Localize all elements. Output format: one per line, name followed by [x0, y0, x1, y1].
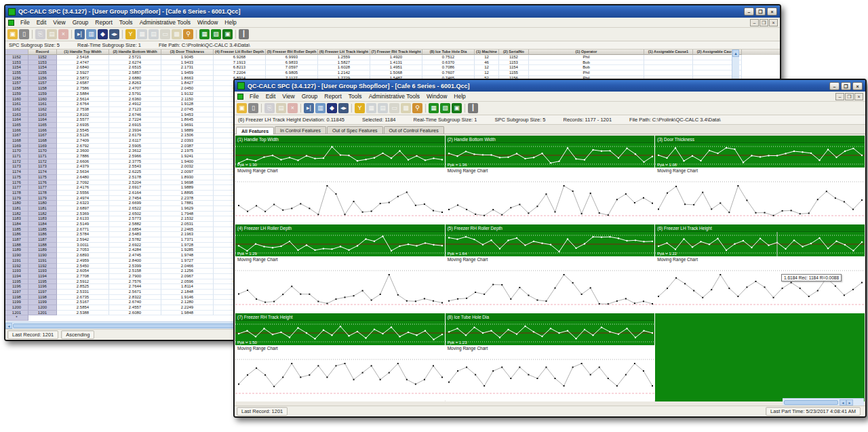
column-header[interactable]: (2) SerialNo [499, 50, 529, 55]
report-preview-icon[interactable]: ▥ [315, 103, 326, 113]
mdi-minimize-button[interactable]: – [750, 19, 759, 26]
column-header[interactable]: (2) Handle Bottom Width [109, 50, 161, 55]
mdi-minimize-button[interactable]: – [835, 93, 844, 100]
individuals-chart[interactable]: Ppk = 1.36 [446, 143, 655, 168]
scroll-up-icon[interactable]: ▲ [732, 50, 739, 57]
horizontal-scrollbar[interactable]: ◄ ► [783, 398, 864, 406]
column-header[interactable]: (1) Assignable Cause1 [644, 50, 693, 55]
chart-panel-4[interactable]: (4) Freezer LH Roller DepthPpk = 1.29Mov… [235, 224, 445, 313]
moving-range-chart[interactable] [235, 262, 445, 313]
datasheet-icon[interactable]: ▦ [199, 29, 210, 39]
mdi-restore-button[interactable]: ❐ [845, 93, 854, 100]
table-row[interactable]: 115211522.54182.57211.90456.92686.99931.… [5, 55, 780, 60]
menu-item-report[interactable]: Report [92, 18, 116, 26]
scroll-left-icon[interactable]: ◄ [5, 323, 12, 329]
moving-range-chart[interactable] [655, 174, 865, 224]
moving-range-chart[interactable] [446, 262, 655, 313]
chart-panel-1[interactable]: (1) Handle Top WidthPpk = 1.30Moving Ran… [235, 136, 445, 224]
monitor-icon[interactable]: ▣ [452, 103, 462, 113]
menu-item-edit[interactable]: Edit [33, 18, 50, 26]
menu-item-tools[interactable]: Tools [116, 18, 136, 26]
individuals-chart[interactable]: Ppk = 1.23 [446, 321, 655, 345]
nav-range-icon[interactable]: ◂▸ [338, 103, 349, 113]
scroll-right-icon[interactable]: ► [846, 399, 853, 406]
column-header[interactable]: (4) Freezer LH Roller Depth [214, 50, 266, 55]
column-header[interactable]: (1) Operator [529, 50, 644, 55]
tab-all-features[interactable]: All Features [236, 127, 274, 134]
column-header[interactable]: (1) Machine [475, 50, 499, 55]
chart-panel-7[interactable]: (7) Freezer RH Track HeightPpk = 1.50Mov… [235, 313, 445, 401]
column-header[interactable]: (6) Freezer LH Track Height [318, 50, 370, 55]
filter-funnel-icon[interactable]: Y [355, 103, 365, 113]
titlebar[interactable]: QC-CALC SPC (3.4.127) - [User Group Shop… [5, 5, 780, 18]
minimize-button[interactable]: – [829, 82, 840, 90]
tab-out-of-control-features[interactable]: Out of Control Features [384, 126, 444, 134]
mdi-child-icon[interactable] [8, 20, 14, 26]
moving-range-chart[interactable] [655, 262, 865, 313]
menu-item-help[interactable]: Help [221, 18, 239, 26]
menu-item-window[interactable]: Window [423, 92, 450, 100]
menu-item-administrative-tools[interactable]: Administrative Tools [136, 18, 194, 26]
key-icon[interactable]: ⚲ [412, 103, 422, 113]
table-row[interactable]: 115311532.47472.62741.94337.19136.98331.… [5, 60, 780, 66]
titlebar[interactable]: QC-CALC SPC (3.4.127) - [User Group Shop… [235, 80, 865, 92]
mdi-restore-button[interactable]: ❐ [760, 19, 768, 26]
column-header[interactable]: (3) Door Thickness [161, 50, 214, 55]
menu-item-group[interactable]: Group [298, 92, 321, 100]
chart-panel-5[interactable]: (5) Freezer RH Roller DepthPpk = 1.64Mov… [446, 224, 655, 313]
column-header[interactable]: (5) Freezer RH Roller Depth [266, 50, 318, 55]
filter-funnel-icon[interactable]: Y [125, 29, 136, 39]
individuals-chart[interactable]: Ppk = 1.08 [655, 143, 865, 168]
chart-panel-3[interactable]: (3) Door ThicknessPpk = 1.08Moving Range… [655, 136, 865, 224]
menu-item-report[interactable]: Report [321, 92, 345, 100]
moving-range-chart[interactable] [235, 174, 445, 224]
menu-item-window[interactable]: Window [194, 18, 221, 26]
lock-icon[interactable]: ◆ [98, 29, 108, 39]
open-folder-icon[interactable]: ▣ [7, 29, 18, 39]
table-row[interactable]: 115511552.59272.58571.94597.22046.98051.… [5, 71, 780, 76]
menu-item-view[interactable]: View [279, 92, 298, 100]
nav-last-icon[interactable]: ▸| [75, 29, 85, 39]
chart-panel-2[interactable]: (2) Handle Bottom WidthPpk = 1.36Moving … [446, 136, 655, 224]
pin-icon[interactable]: ┃ [239, 29, 249, 39]
individuals-chart[interactable]: Ppk = 1.29 [235, 232, 445, 256]
chart-panel-8[interactable]: (8) Ice Tube Hole DiaPpk = 1.23Moving Ra… [446, 313, 655, 401]
monitor-icon[interactable]: ▣ [222, 29, 233, 39]
menu-item-view[interactable]: View [50, 18, 68, 26]
menu-item-edit[interactable]: Edit [262, 92, 279, 100]
tab-out-of-spec-features[interactable]: Out of Spec Features [327, 126, 383, 134]
scroll-thumb[interactable] [784, 400, 838, 405]
close-button[interactable]: × [852, 82, 863, 90]
menu-item-tools[interactable]: Tools [345, 92, 366, 100]
nav-range-icon[interactable]: ◂▸ [109, 29, 119, 39]
menu-item-help[interactable]: Help [450, 92, 469, 100]
moving-range-chart[interactable] [235, 351, 445, 401]
tab-in-control-features[interactable]: In Control Features [275, 126, 326, 134]
close-button[interactable]: × [767, 7, 777, 16]
delete-icon[interactable]: ▯ [19, 29, 29, 39]
column-header[interactable]: (1) Handle Top Width [57, 50, 109, 55]
chart-panel-6[interactable]: (6) Freezer LH Track HeightPpk = 1.22Mov… [655, 224, 865, 313]
individuals-chart[interactable]: Ppk = 1.22 [655, 232, 865, 256]
report-preview-icon[interactable]: ▥ [86, 29, 96, 39]
column-header[interactable]: (8) Ice Tube Hole Dia [422, 50, 475, 55]
menu-item-administrative-tools[interactable]: Administrative Tools [366, 92, 423, 100]
delete-icon[interactable]: ▯ [248, 103, 258, 113]
maximize-button[interactable]: ❒ [841, 82, 851, 90]
moving-range-chart[interactable] [446, 174, 655, 224]
key-icon[interactable]: ⚲ [183, 29, 193, 39]
mdi-close-button[interactable]: × [854, 93, 863, 100]
minimize-button[interactable]: – [744, 7, 754, 16]
individuals-chart[interactable]: Ppk = 1.30 [235, 143, 445, 168]
moving-range-chart[interactable] [446, 351, 655, 401]
menu-item-file[interactable]: File [246, 92, 262, 100]
scroll-left-icon[interactable]: ◄ [840, 399, 846, 406]
pin-icon[interactable]: ┃ [468, 103, 478, 113]
column-header[interactable]: (7) Freezer RH Track Height [370, 50, 422, 55]
nav-last-icon[interactable]: ▸| [304, 103, 314, 113]
open-folder-icon[interactable]: ▣ [237, 103, 247, 113]
chart-view-icon[interactable]: ▧ [211, 29, 221, 39]
chart-view-icon[interactable]: ▧ [440, 103, 450, 113]
maximize-button[interactable]: ❒ [755, 7, 766, 16]
datasheet-icon[interactable]: ▦ [429, 103, 439, 113]
